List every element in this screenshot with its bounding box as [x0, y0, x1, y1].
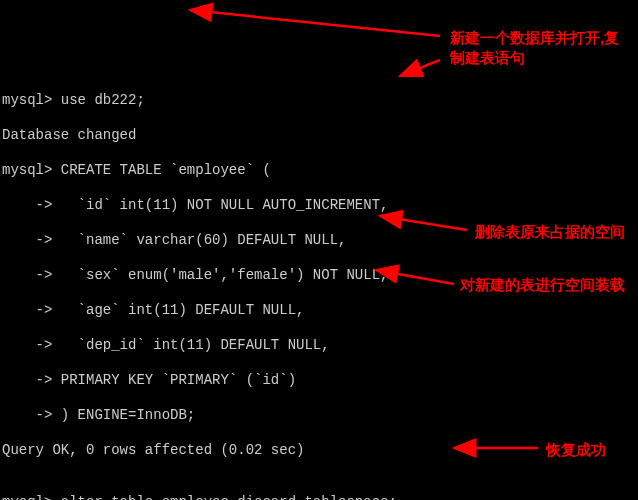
- terminal-line: mysql> use db222;: [2, 92, 636, 110]
- terminal-line: -> `age` int(11) DEFAULT NULL,: [2, 302, 636, 320]
- annotation-restore-success: 恢复成功: [546, 440, 626, 460]
- terminal-line: -> `id` int(11) NOT NULL AUTO_INCREMENT,: [2, 197, 636, 215]
- annotation-create-db: 新建一个数据库并打开,复制建表语句: [450, 28, 634, 67]
- terminal-line: -> ) ENGINE=InnoDB;: [2, 407, 636, 425]
- terminal-line: mysql> alter table employee discard tabl…: [2, 494, 636, 500]
- terminal-line: -> PRIMARY KEY `PRIMARY` (`id`): [2, 372, 636, 390]
- annotation-discard-tablespace: 删除表原来占据的空间: [475, 222, 635, 242]
- terminal-line: Database changed: [2, 127, 636, 145]
- terminal-line: -> `dep_id` int(11) DEFAULT NULL,: [2, 337, 636, 355]
- svg-line-1: [190, 10, 440, 36]
- terminal-line: mysql> CREATE TABLE `employee` (: [2, 162, 636, 180]
- annotation-import-tablespace: 对新建的表进行空间装载: [460, 275, 636, 295]
- terminal-line: Query OK, 0 rows affected (0.02 sec): [2, 442, 636, 460]
